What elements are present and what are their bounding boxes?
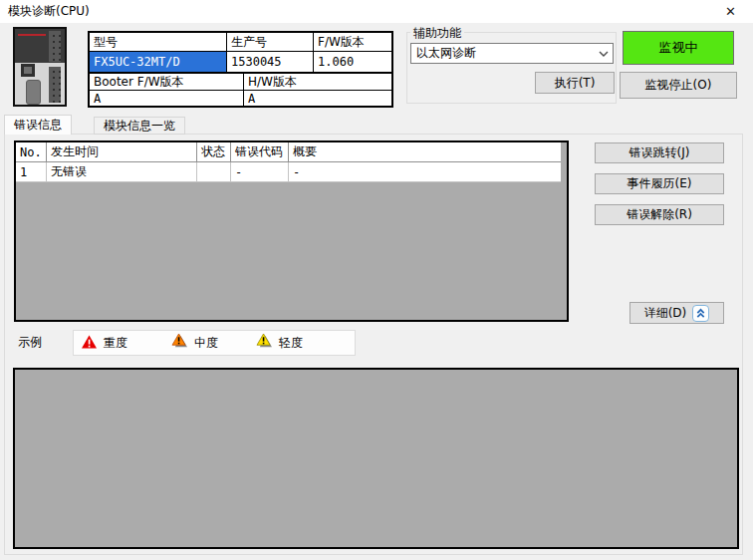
legend-severe-label: 重度 — [104, 335, 127, 352]
module-port — [21, 64, 35, 77]
version-header-row: Booter F/W版本 H/W版本 — [90, 74, 391, 91]
booter-fw-value: A — [90, 91, 244, 106]
fw-version-header: F/W版本 — [314, 33, 391, 51]
row-error-code: - — [231, 162, 289, 181]
legend-label: 示例 — [18, 334, 42, 351]
close-icon: ✕ — [725, 4, 736, 19]
error-table-header: No. 发生时间 状态 错误代码 概要 — [16, 142, 561, 162]
event-history-button[interactable]: 事件履历(E) — [595, 173, 724, 194]
module-terminal — [26, 80, 41, 105]
tab-error-info-label: 错误信息 — [14, 117, 62, 134]
legend-light-label: 轻度 — [279, 335, 303, 352]
tab-error-info[interactable]: 错误信息 — [4, 115, 72, 135]
serial-header: 生产号 — [227, 33, 314, 51]
aux-functions-group: 辅助功能 以太网诊断 执行(T) — [406, 32, 617, 104]
execute-button[interactable]: 执行(T) — [535, 72, 615, 94]
aux-functions-label: 辅助功能 — [410, 25, 464, 42]
model-value-selected[interactable]: FX5UC-32MT/D — [90, 52, 227, 72]
module-red-stripe — [18, 34, 46, 36]
tab-module-info-list[interactable]: 模块信息一览 — [94, 117, 185, 135]
table-row[interactable]: 1 无错误 - - — [16, 162, 561, 182]
fw-version-value: 1.060 — [314, 52, 391, 72]
severe-error-icon — [82, 335, 97, 352]
module-connector-bottom — [49, 67, 61, 103]
tab-module-info-list-label: 模块信息一览 — [104, 118, 175, 135]
aux-function-dropdown[interactable]: 以太网诊断 — [410, 43, 614, 64]
legend-item-light: 轻度 — [256, 334, 303, 352]
hw-version-header: H/W版本 — [244, 74, 391, 90]
error-list-table[interactable]: No. 发生时间 状态 错误代码 概要 1 无错误 - - — [14, 140, 569, 322]
col-status: 状态 — [197, 142, 231, 161]
col-error-code: 错误代码 — [231, 142, 289, 161]
detail-panel — [13, 368, 739, 549]
light-error-icon — [256, 334, 272, 352]
legend-medium-label: 中度 — [194, 335, 218, 352]
col-no: No. — [16, 142, 47, 161]
row-no: 1 — [16, 162, 47, 181]
col-occurrence-time: 发生时间 — [47, 142, 197, 161]
title-bar: 模块诊断(CPU) ✕ — [0, 0, 753, 23]
collapse-up-icon — [692, 305, 709, 322]
module-image — [13, 27, 67, 107]
legend-item-severe: 重度 — [82, 335, 127, 352]
module-diagnostics-dialog: { "window": { "title": "模块诊断(CPU)" }, "i… — [0, 0, 753, 560]
close-button[interactable]: ✕ — [708, 0, 753, 23]
module-info-header-row: 型号 生产号 F/W版本 — [90, 33, 391, 52]
monitoring-status-indicator: 监视中 — [623, 31, 734, 65]
medium-error-icon — [171, 334, 187, 352]
version-value-row: A A — [90, 91, 391, 106]
legend-item-medium: 中度 — [171, 334, 218, 352]
row-summary: - — [289, 162, 561, 181]
col-summary: 概要 — [289, 142, 561, 161]
serial-value: 1530045 — [227, 52, 314, 72]
module-info-value-row: FX5UC-32MT/D 1530045 1.060 — [90, 52, 391, 72]
error-jump-button[interactable]: 错误跳转(J) — [595, 142, 724, 163]
module-connector-top — [49, 31, 61, 62]
detail-button-label: 详细(D) — [644, 305, 687, 322]
row-occurrence-time: 无错误 — [47, 162, 197, 181]
chevron-down-icon — [595, 51, 613, 57]
severity-legend: 重度 中度 轻度 — [73, 330, 356, 356]
hw-version-value: A — [244, 91, 391, 106]
row-status — [197, 162, 231, 181]
aux-function-selected: 以太网诊断 — [411, 45, 595, 62]
monitor-stop-button[interactable]: 监视停止(O) — [620, 72, 737, 99]
model-header: 型号 — [90, 33, 227, 51]
window-title: 模块诊断(CPU) — [0, 3, 90, 20]
detail-button[interactable]: 详细(D) — [629, 302, 724, 324]
booter-fw-header: Booter F/W版本 — [90, 74, 244, 90]
error-clear-button[interactable]: 错误解除(R) — [595, 204, 724, 225]
module-info-table: 型号 生产号 F/W版本 FX5UC-32MT/D 1530045 1.060 … — [88, 31, 393, 108]
